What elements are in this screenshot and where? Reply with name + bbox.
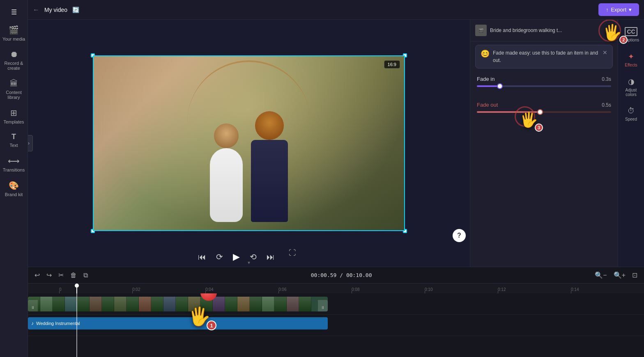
file-title: Bride and bridegroom walking t...	[490, 27, 562, 33]
video-frame: 16:9	[93, 55, 405, 231]
project-title[interactable]: My video	[44, 7, 67, 13]
sidebar-item-transitions[interactable]: ⟷ Transitions	[0, 152, 28, 176]
captions-icon: CC	[625, 27, 637, 36]
fade-in-control: Fade in 0.3s	[470, 72, 618, 98]
transitions-icon: ⟷	[8, 156, 20, 166]
fade-out-label: Fade out	[477, 102, 498, 108]
fullscreen-button[interactable]: ⛶	[289, 249, 296, 257]
film-frame	[287, 297, 299, 311]
effects-button[interactable]: ✦ Effects	[623, 48, 639, 71]
sidebar-label-transitions: Transitions	[3, 167, 25, 172]
sidebar-label-content-library: Content library	[2, 90, 26, 100]
audio-track-label: Wedding Instrumental	[36, 321, 80, 326]
film-frame	[213, 297, 225, 311]
forward-button[interactable]: ⟲	[250, 252, 257, 262]
film-frame	[262, 297, 274, 311]
text-icon: T	[12, 133, 16, 141]
sidebar-label-templates: Templates	[3, 119, 24, 124]
film-frame	[90, 297, 102, 311]
play-button[interactable]: ▶	[233, 252, 240, 262]
record-icon: ⏺	[10, 50, 18, 59]
sidebar-item-templates[interactable]: ⊞ Templates	[0, 104, 28, 128]
sidebar-label-brand-kit: Brand kit	[5, 192, 23, 197]
adjust-colors-button[interactable]: ◑ Adjust colors	[618, 73, 644, 101]
film-frame	[114, 297, 126, 311]
film-strip	[28, 297, 328, 311]
sidebar-item-brand-kit[interactable]: 🎨 Brand kit	[0, 176, 28, 201]
playhead-line	[76, 293, 77, 357]
adjust-colors-icon: ◑	[628, 77, 635, 86]
skip-forward-button[interactable]: ⏭	[267, 252, 275, 262]
video-track[interactable]: ⏸	[28, 297, 328, 311]
film-frame	[139, 297, 151, 311]
effects-icon: ✦	[628, 52, 634, 61]
timeline-ruler: 0 0:02 0:04 0:06 0:08 0:10 0:12 0:14	[28, 284, 644, 293]
fade-in-label: Fade in	[477, 76, 494, 82]
fade-out-control: Fade out 0.5s	[470, 98, 618, 124]
delete-button[interactable]: 🗑	[69, 270, 78, 281]
fit-timeline-button[interactable]: ⊡	[630, 270, 639, 281]
speed-label: Speed	[625, 117, 637, 121]
content-library-icon: 🏛	[10, 79, 18, 88]
effects-label: Effects	[625, 63, 637, 67]
video-track-row: ⏸	[28, 293, 644, 315]
tooltip-emoji: 😊	[481, 49, 490, 58]
skip-back-button[interactable]: ⏮	[198, 252, 206, 262]
preview-panel-area: ›	[28, 20, 644, 267]
cut-button[interactable]: ✂	[57, 270, 65, 281]
effects-button-wrapper: ✦ Effects 🖐 2	[623, 48, 639, 71]
left-sidebar: ☰ 🎬 Your media ⏺ Record &create 🏛 Conten…	[0, 0, 28, 357]
export-dropdown-icon: ▾	[629, 7, 632, 13]
captions-button[interactable]: CC Captions	[618, 23, 644, 46]
fade-out-value: 0.5s	[602, 102, 611, 108]
film-frame	[237, 297, 250, 311]
undo-button[interactable]: ↩	[33, 270, 41, 281]
tooltip-close-button[interactable]: ✕	[603, 49, 607, 56]
ruler-mark-12: 0:12	[498, 287, 571, 292]
export-button[interactable]: ↑ Export ▾	[598, 3, 639, 16]
panel-collapse-icon[interactable]: ▾	[248, 260, 250, 265]
redo-button[interactable]: ↪	[45, 270, 53, 281]
audio-track[interactable]: ♪ Wedding Instrumental	[28, 317, 328, 330]
ruler-mark-8: 0:08	[352, 287, 425, 292]
ruler-marks: 0 0:02 0:04 0:06 0:08 0:10 0:12 0:14	[28, 287, 644, 292]
timeline: ↩ ↪ ✂ 🗑 ⧉ 00:00.59 / 00:10.00 🔍− 🔍+ ⊡ 0 …	[28, 267, 644, 357]
sidebar-item-record[interactable]: ⏺ Record &create	[0, 46, 28, 75]
ruler-mark-4: 0:04	[205, 287, 278, 292]
rewind-button[interactable]: ⟳	[216, 252, 223, 262]
zoom-in-button[interactable]: 🔍+	[612, 270, 627, 281]
hamburger-menu[interactable]: ☰	[0, 3, 28, 21]
header-close-button[interactable]: ✕	[608, 27, 613, 34]
sidebar-item-text[interactable]: T Text	[0, 128, 28, 152]
sidebar-item-your-media[interactable]: 🎬 Your media	[0, 21, 28, 46]
speed-button[interactable]: ⏱ Speed	[618, 103, 644, 126]
captions-label: Captions	[623, 38, 639, 42]
film-frame	[126, 297, 139, 311]
ruler-mark-6: 0:06	[278, 287, 352, 292]
video-track-right-handle[interactable]: ⏸	[318, 300, 328, 311]
video-track-left-handle[interactable]: ⏸	[28, 300, 38, 311]
file-info: 🎬 Bride and bridegroom walking t...	[475, 25, 562, 36]
timeline-time-display: 00:00.59 / 00:10.00	[93, 272, 590, 278]
fade-in-slider[interactable]	[477, 85, 611, 87]
help-button[interactable]: ?	[453, 229, 466, 242]
tooltip-text: Fade made easy: use this to fade an item…	[493, 49, 599, 64]
fade-out-slider[interactable]	[477, 111, 611, 113]
sidebar-label-text: Text	[9, 143, 18, 148]
tooltip-bubble: 😊 Fade made easy: use this to fade an it…	[475, 45, 613, 69]
sidebar-item-content-library[interactable]: 🏛 Content library	[0, 75, 28, 104]
main-area: ← My video 🔄 ↑ Export ▾ ›	[28, 0, 644, 357]
playhead-dot	[75, 284, 79, 288]
timeline-zoom-controls: 🔍− 🔍+ ⊡	[593, 270, 639, 281]
zoom-out-button[interactable]: 🔍−	[593, 270, 608, 281]
export-icon: ↑	[606, 7, 609, 13]
film-frame	[274, 297, 287, 311]
video-content	[94, 56, 404, 230]
properties-header: 🎬 Bride and bridegroom walking t... ✕	[470, 20, 618, 41]
sidebar-collapse-button[interactable]: ›	[28, 135, 33, 151]
back-icon[interactable]: ←	[33, 6, 39, 14]
film-frame	[225, 297, 237, 311]
film-frame	[299, 297, 311, 311]
playhead-ruler-indicator	[76, 284, 77, 293]
duplicate-button[interactable]: ⧉	[82, 270, 90, 281]
